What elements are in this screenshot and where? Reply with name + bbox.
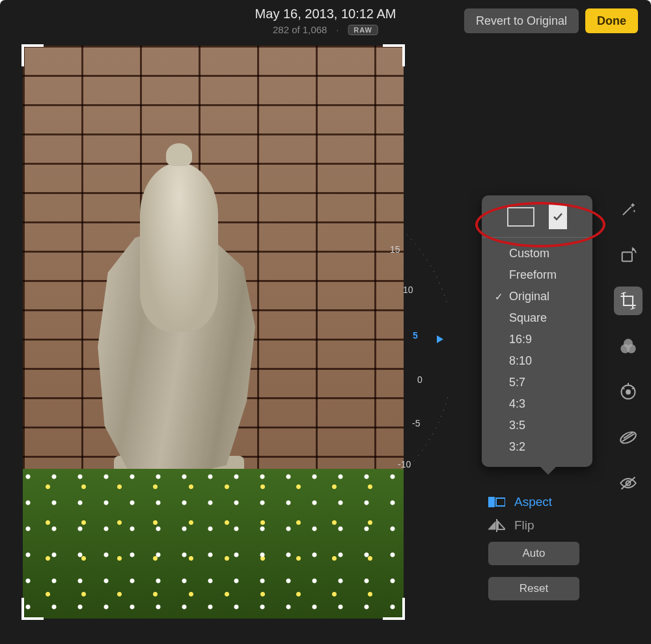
flip-button[interactable]: Flip [488,518,583,533]
crop-icon[interactable] [614,287,643,315]
aspect-option[interactable]: ✓4:3 [482,393,592,415]
aspect-option-label: Freeform [509,268,557,282]
aspect-label: Aspect [514,495,552,509]
photo-counter: 282 of 1,068 [273,24,327,35]
aspect-option[interactable]: ✓Original [482,286,592,307]
topbar: May 16, 2013, 10:12 AM 282 of 1,068 · RA… [0,0,651,42]
aspect-icon [488,495,505,509]
crop-handle-tl[interactable] [21,44,44,66]
photo-date: May 16, 2013, 10:12 AM [255,7,396,21]
svg-point-12 [626,390,630,394]
svg-marker-23 [488,522,495,529]
retouch-icon[interactable] [614,423,643,452]
svg-rect-22 [496,498,505,506]
crop-handle-bl[interactable] [21,598,44,620]
aspect-option-label: Square [509,311,547,325]
rotate-icon[interactable] [614,241,643,270]
crop-handle-tr[interactable] [383,44,405,66]
aspect-option[interactable]: ✓Freeform [482,264,592,286]
magic-wand-icon[interactable] [614,195,643,224]
raw-badge: RAW [348,25,378,35]
svg-rect-6 [622,252,632,261]
flip-label: Flip [514,518,534,533]
revert-button[interactable]: Revert to Original [464,8,579,33]
reset-button[interactable]: Reset [488,577,579,600]
svg-marker-24 [498,522,505,529]
image-canvas[interactable] [23,46,404,619]
aspect-popover: ✓Custom✓Freeform✓Original✓Square✓16:9✓8:… [482,195,592,467]
redeye-icon[interactable] [614,469,643,497]
orientation-row [482,204,592,238]
aspect-option-label: 3:5 [509,419,525,432]
aspect-option-label: Custom [509,247,549,260]
aspect-option-label: 4:3 [509,397,525,411]
aspect-option-label: Original [509,290,549,303]
orientation-landscape[interactable] [507,207,534,227]
adjust-icon[interactable] [614,378,643,406]
aspect-option-label: 5:7 [509,376,525,389]
check-icon [553,212,563,222]
aspect-option-label: 8:10 [509,354,532,368]
orientation-portrait[interactable] [549,204,567,229]
aspect-list: ✓Custom✓Freeform✓Original✓Square✓16:9✓8:… [482,238,592,460]
aspect-option[interactable]: ✓16:9 [482,329,592,350]
flip-icon [488,518,505,533]
svg-point-10 [627,344,636,354]
svg-text:-5: -5 [412,418,421,428]
check-icon: ✓ [493,291,504,303]
svg-text:5: 5 [413,330,418,341]
aspect-option-label: 16:9 [509,333,532,346]
aspect-option[interactable]: ✓3:2 [482,436,592,458]
auto-button[interactable]: Auto [488,542,579,565]
photos-edit-window: May 16, 2013, 10:12 AM 282 of 1,068 · RA… [0,0,651,644]
aspect-option[interactable]: ✓5:7 [482,372,592,393]
done-button[interactable]: Done [585,8,638,33]
aspect-option-label: 3:2 [509,440,525,454]
edit-toolstrip [612,195,644,497]
filters-icon[interactable] [614,332,643,361]
svg-text:0: 0 [417,374,422,385]
svg-text:10: 10 [403,285,413,295]
crop-handle-br[interactable] [383,598,405,620]
crop-panel: Aspect Flip Auto Reset [488,495,583,600]
photo-content [23,46,404,619]
aspect-option[interactable]: ✓Custom [482,243,592,264]
aspect-option[interactable]: ✓8:10 [482,350,592,372]
svg-rect-21 [488,497,495,507]
aspect-option[interactable]: ✓3:5 [482,415,592,436]
title-block: May 16, 2013, 10:12 AM 282 of 1,068 · RA… [255,7,396,35]
aspect-option[interactable]: ✓Square [482,307,592,329]
aspect-button[interactable]: Aspect [488,495,583,509]
dial-pointer [437,335,443,343]
